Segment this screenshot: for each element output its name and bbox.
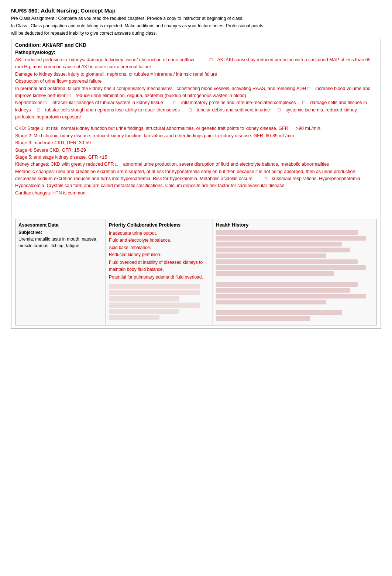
preclass-line3: will be deducted for repeated inability … xyxy=(11,30,381,37)
condition-label: Condition: xyxy=(15,42,41,48)
condition-line: Condition: AKI/ARF and CKD xyxy=(15,42,377,48)
page-title: NURS 360: Adult Nursing; Concept Map xyxy=(11,7,381,14)
history-column: Health History xyxy=(213,219,376,325)
bottom-table: Assessment Data Subjective: Uremia: meta… xyxy=(15,219,377,325)
pathophysiology-label: Pathophysiology: xyxy=(15,49,377,55)
problem-item-6: Potential for pulmonary edema dt fluid o… xyxy=(109,274,210,281)
problem-item-5: Fluid overload dt inability of diseased … xyxy=(109,259,210,273)
assessment-header: Assessment Data xyxy=(18,222,103,228)
history-blurred-content xyxy=(216,230,374,321)
problems-blurred xyxy=(109,284,210,320)
problem-item-4: Reduced kidney perfusion. xyxy=(109,251,210,258)
preclass-line2: In Class : Class participation and note … xyxy=(11,23,381,29)
problem-item-1: Inadequate urine output. xyxy=(109,230,210,237)
aki-text-block: AKI: reduced perfusion to kidneys/ damag… xyxy=(15,56,377,121)
main-content-box: Condition: AKI/ARF and CKD Pathophysiolo… xyxy=(11,39,381,329)
problems-column: Priority Collaborative Problems Inadequa… xyxy=(106,219,213,325)
preclass-line1: Pre Class Assignment : Complete as you r… xyxy=(11,15,381,22)
condition-value: AKI/ARF and CKD xyxy=(42,42,86,48)
problem-item-2: Fluid and electrolyte imbalance. xyxy=(109,237,210,244)
history-header: Health History xyxy=(216,222,374,228)
assessment-subjective-text: Uremia: metallic taste in mouth, nausea,… xyxy=(18,236,103,249)
ckd-text-block: CKD: Stage 1: at risk, normal kidney fun… xyxy=(15,125,377,197)
assessment-subjective-label: Subjective: xyxy=(18,230,103,235)
problem-item-3: Acid base imbalance. xyxy=(109,244,210,251)
problems-list: Inadequate urine output. Fluid and elect… xyxy=(109,230,210,281)
problems-header: Priority Collaborative Problems xyxy=(109,222,210,228)
assessment-column: Assessment Data Subjective: Uremia: meta… xyxy=(16,219,106,325)
